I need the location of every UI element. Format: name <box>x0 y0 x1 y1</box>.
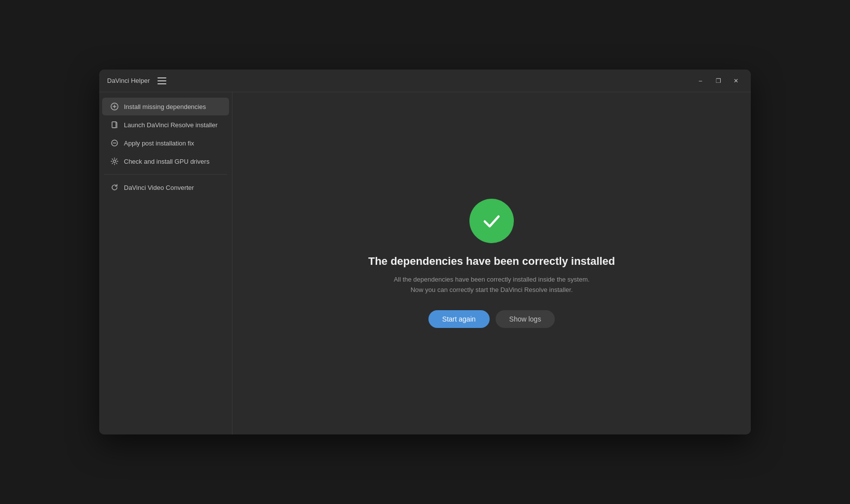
start-again-button[interactable]: Start again <box>428 310 490 328</box>
title-bar: DaVinci Helper – ❐ ✕ <box>99 70 751 92</box>
sidebar-item-label: Launch DaVinci Resolve installer <box>124 121 218 129</box>
main-content: The dependencies have been correctly ins… <box>232 92 751 434</box>
action-buttons: Start again Show logs <box>428 310 555 328</box>
window-controls: – ❐ ✕ <box>694 74 743 88</box>
success-description-line1: All the dependencies have been correctly… <box>394 276 590 283</box>
wrench-icon <box>110 139 119 147</box>
sidebar-item-label: Install missing dependencies <box>124 103 206 110</box>
success-description: All the dependencies have been correctly… <box>394 275 590 295</box>
sidebar-item-label: Apply post installation fix <box>124 140 194 147</box>
sidebar-item-install-deps[interactable]: Install missing dependencies <box>102 98 229 115</box>
hamburger-line <box>157 83 166 84</box>
main-layout: Install missing dependencies Launch DaVi… <box>99 92 751 434</box>
sidebar-item-label: DaVinci Video Converter <box>124 184 194 191</box>
gear-icon <box>110 157 119 166</box>
package-icon <box>110 102 119 111</box>
success-title: The dependencies have been correctly ins… <box>368 255 615 268</box>
success-description-line2: Now you can correctly start the DaVinci … <box>411 286 573 293</box>
app-title: DaVinci Helper <box>107 77 150 84</box>
hamburger-line <box>157 77 166 78</box>
hamburger-menu-button[interactable] <box>155 75 168 86</box>
sidebar-item-label: Check and install GPU drivers <box>124 158 209 165</box>
hamburger-line <box>157 80 166 81</box>
close-button[interactable]: ✕ <box>729 74 743 88</box>
checkmark-icon <box>480 209 503 233</box>
minimize-button[interactable]: – <box>694 74 707 88</box>
title-bar-left: DaVinci Helper <box>107 75 168 86</box>
sidebar-item-gpu-drivers[interactable]: Check and install GPU drivers <box>102 152 229 170</box>
app-window: DaVinci Helper – ❐ ✕ In <box>99 70 751 434</box>
svg-rect-1 <box>112 122 116 128</box>
success-icon-circle <box>469 199 514 243</box>
file-icon <box>110 120 119 129</box>
sidebar-item-launch-installer[interactable]: Launch DaVinci Resolve installer <box>102 116 229 134</box>
svg-point-3 <box>114 160 116 163</box>
sidebar-divider <box>104 174 227 175</box>
sidebar: Install missing dependencies Launch DaVi… <box>99 92 232 434</box>
sidebar-item-post-install[interactable]: Apply post installation fix <box>102 134 229 152</box>
sidebar-item-video-converter[interactable]: DaVinci Video Converter <box>102 179 229 196</box>
show-logs-button[interactable]: Show logs <box>496 310 555 328</box>
maximize-button[interactable]: ❐ <box>711 74 725 88</box>
refresh-icon <box>110 183 119 192</box>
